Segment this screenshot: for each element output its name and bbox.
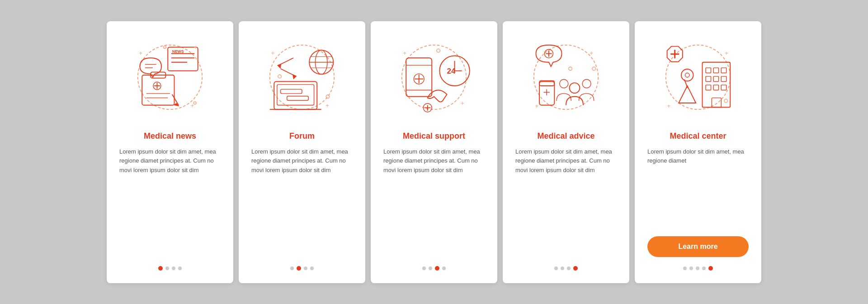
dot bbox=[689, 267, 693, 270]
dot-active bbox=[708, 266, 713, 271]
card-medical-support: 24 + + Medical support Lorem ipsum dolor… bbox=[371, 21, 497, 283]
card-medical-center-text: Lorem ipsum dolor sit dim amet, mea regi… bbox=[647, 147, 749, 229]
icon-medical-news: NEWS + + + bbox=[125, 32, 215, 122]
card-medical-news-text: Lorem ipsum dolor sit dim amet, mea regi… bbox=[119, 147, 221, 257]
svg-rect-80 bbox=[721, 76, 726, 81]
dot-active bbox=[158, 266, 163, 271]
svg-point-89 bbox=[724, 99, 728, 103]
svg-rect-81 bbox=[706, 85, 711, 90]
card-forum-title: Forum bbox=[289, 131, 315, 141]
card-medical-support-text: Lorem ipsum dolor sit dim amet, mea regi… bbox=[383, 147, 485, 257]
svg-point-20 bbox=[164, 46, 166, 48]
svg-rect-79 bbox=[713, 76, 718, 81]
card-forum-text: Lorem ipsum dolor sit dim amet, mea regi… bbox=[251, 147, 353, 257]
icon-medical-advice: + + bbox=[521, 32, 611, 122]
card-medical-center-dots bbox=[683, 266, 713, 271]
card-medical-advice: + + Medical advice Lorem ipsum dolor sit… bbox=[503, 21, 629, 283]
card-medical-center: + + Medical center Lorem ipsum dolor sit… bbox=[635, 21, 761, 283]
dot bbox=[304, 267, 307, 270]
svg-text:+: + bbox=[326, 102, 329, 108]
dot bbox=[561, 267, 564, 270]
card-medical-news-title: Medical news bbox=[144, 131, 196, 141]
icon-medical-center: + + bbox=[653, 32, 743, 122]
svg-rect-75 bbox=[706, 68, 711, 73]
dot bbox=[310, 267, 314, 270]
svg-point-69 bbox=[569, 67, 572, 70]
svg-point-56 bbox=[534, 45, 599, 109]
svg-rect-6 bbox=[142, 75, 174, 105]
svg-rect-77 bbox=[721, 68, 726, 73]
card-medical-center-title: Medical center bbox=[670, 131, 726, 141]
svg-point-55 bbox=[437, 49, 440, 52]
card-medical-news: NEWS + + + bbox=[107, 21, 233, 283]
svg-rect-33 bbox=[287, 96, 309, 100]
svg-marker-28 bbox=[277, 63, 282, 68]
svg-text:+: + bbox=[403, 49, 407, 56]
svg-text:+: + bbox=[139, 49, 143, 56]
card-medical-support-title: Medical support bbox=[403, 131, 465, 141]
svg-text:+: + bbox=[535, 103, 539, 109]
svg-text:+: + bbox=[193, 44, 197, 51]
cards-container: NEWS + + + bbox=[107, 21, 761, 283]
dot-active bbox=[297, 266, 301, 271]
dot bbox=[165, 267, 169, 270]
icon-forum: + + bbox=[257, 32, 347, 122]
svg-rect-32 bbox=[281, 89, 302, 94]
svg-point-65 bbox=[560, 79, 568, 88]
dot bbox=[422, 267, 426, 270]
svg-text:+: + bbox=[271, 49, 275, 56]
dot bbox=[683, 267, 687, 270]
svg-text:+: + bbox=[461, 99, 464, 106]
dot bbox=[290, 267, 294, 270]
svg-point-38 bbox=[326, 94, 330, 98]
svg-point-22 bbox=[270, 45, 335, 109]
card-medical-advice-title: Medical advice bbox=[537, 131, 594, 141]
svg-text:+: + bbox=[590, 49, 593, 56]
svg-point-66 bbox=[582, 79, 591, 88]
dot bbox=[567, 267, 571, 270]
card-medical-support-dots bbox=[422, 266, 446, 271]
svg-rect-31 bbox=[277, 84, 314, 105]
dot bbox=[178, 267, 182, 270]
svg-rect-83 bbox=[721, 85, 726, 90]
svg-point-39 bbox=[402, 45, 467, 109]
svg-point-0 bbox=[138, 45, 203, 109]
dot bbox=[429, 267, 432, 270]
card-medical-advice-text: Lorem ipsum dolor sit dim amet, mea regi… bbox=[515, 147, 617, 257]
dot-active bbox=[435, 266, 439, 271]
svg-line-13 bbox=[172, 94, 179, 105]
svg-point-86 bbox=[685, 73, 690, 77]
svg-marker-29 bbox=[292, 74, 297, 79]
card-forum: + + Forum Lorem ipsum dolor sit dim amet… bbox=[239, 21, 365, 283]
svg-rect-78 bbox=[706, 76, 711, 81]
dot bbox=[442, 267, 446, 270]
card-medical-news-dots bbox=[158, 266, 182, 271]
dot-active bbox=[573, 266, 578, 271]
svg-text:+: + bbox=[667, 103, 671, 109]
dot bbox=[702, 267, 706, 270]
svg-text:NEWS: NEWS bbox=[172, 49, 184, 53]
icon-medical-support: 24 + + bbox=[389, 32, 479, 122]
dot bbox=[696, 267, 699, 270]
card-forum-dots bbox=[290, 266, 314, 271]
svg-rect-76 bbox=[713, 68, 718, 73]
svg-rect-82 bbox=[713, 85, 718, 90]
dot bbox=[554, 267, 558, 270]
svg-point-37 bbox=[278, 75, 282, 78]
svg-point-70 bbox=[592, 67, 596, 70]
svg-text:+: + bbox=[725, 49, 728, 56]
learn-more-button[interactable]: Learn more bbox=[647, 236, 749, 257]
svg-point-85 bbox=[681, 69, 693, 81]
svg-point-64 bbox=[570, 83, 580, 93]
dot bbox=[172, 267, 175, 270]
card-medical-advice-dots bbox=[554, 266, 578, 271]
